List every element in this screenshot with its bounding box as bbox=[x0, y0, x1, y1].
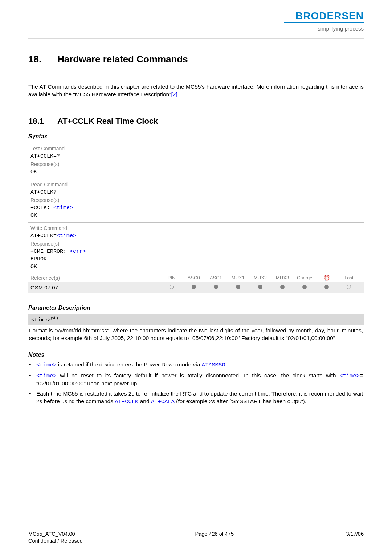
inline-param[interactable]: <time> bbox=[36, 373, 57, 379]
footer-confidentiality: Confidential / Released bbox=[28, 538, 83, 545]
intro-end: . bbox=[177, 91, 179, 97]
parameter-description: <time>(str) Format is "yy/mm/dd,hh:mm:ss… bbox=[28, 314, 364, 342]
dot-cell bbox=[183, 284, 205, 290]
footer-docid: MC55_ATC_V04.00 bbox=[28, 531, 83, 538]
parameter-description-heading: Parameter Description bbox=[28, 305, 364, 311]
dot-filled-icon bbox=[236, 285, 240, 289]
col-last: Last bbox=[338, 275, 360, 281]
inline-param[interactable]: AT+CCLK bbox=[115, 398, 138, 405]
note-item: •<time> is retained if the device enters… bbox=[29, 361, 363, 369]
read-response-line1: +CCLK: <time> bbox=[30, 204, 362, 212]
dot-cell bbox=[316, 284, 338, 290]
write-response-label: Response(s) bbox=[30, 240, 362, 248]
reference-link[interactable]: [2] bbox=[171, 91, 177, 97]
test-command-block: Test Command AT+CCLK=? Response(s) OK bbox=[28, 143, 364, 179]
dot-empty-icon bbox=[170, 285, 174, 289]
notes-heading: Notes bbox=[28, 352, 364, 358]
bullet-icon: • bbox=[29, 390, 36, 406]
write-command-label: Write Command bbox=[30, 224, 362, 232]
read-command-block: Read Command AT+CCLK? Response(s) +CCLK:… bbox=[28, 179, 364, 222]
inline-param[interactable]: <time> bbox=[36, 362, 57, 368]
col-charge: Charge bbox=[294, 275, 316, 281]
test-command: AT+CCLK=? bbox=[30, 153, 362, 160]
inline-param[interactable]: <time> bbox=[339, 373, 360, 379]
err-param[interactable]: <err> bbox=[70, 248, 86, 255]
parameter-body: Format is "yy/mm/dd,hh:mm:ss", where the… bbox=[28, 327, 364, 342]
syntax-heading: Syntax bbox=[28, 133, 364, 140]
col-alarm: ⏰ bbox=[316, 275, 338, 281]
reference-value: GSM 07.07 bbox=[30, 284, 160, 291]
time-param[interactable]: <time> bbox=[53, 205, 73, 211]
section-number: 18.1 bbox=[28, 117, 57, 126]
dot-filled-icon bbox=[280, 285, 285, 289]
col-asc0: ASC0 bbox=[183, 275, 205, 281]
dot-filled-icon bbox=[214, 285, 218, 289]
dot-cell bbox=[294, 284, 316, 290]
read-response-line2: OK bbox=[30, 212, 362, 219]
dot-cell bbox=[205, 284, 227, 290]
reference-data-row: GSM 07.07 bbox=[28, 282, 364, 293]
intro-paragraph: The AT Commands described in this chapte… bbox=[28, 83, 364, 98]
footer-date: 3/17/06 bbox=[346, 531, 364, 545]
alarm-icon: ⏰ bbox=[324, 275, 330, 281]
col-mux2: MUX2 bbox=[249, 275, 271, 281]
write-response-line3: OK bbox=[30, 263, 362, 271]
write-command: AT+CCLK=<time> bbox=[30, 232, 362, 240]
col-asc1: ASC1 bbox=[205, 275, 227, 281]
write-response-line2: ERROR bbox=[30, 255, 362, 263]
dot-cell bbox=[160, 284, 183, 290]
param-type: (str) bbox=[51, 316, 58, 320]
note-text-span: is retained if the device enters the Pow… bbox=[57, 361, 202, 368]
dot-empty-icon bbox=[347, 285, 351, 289]
dot-filled-icon bbox=[302, 285, 307, 289]
col-pin: PIN bbox=[160, 275, 183, 281]
logo-text: BRODERSEN bbox=[295, 11, 364, 21]
page-header: BRODERSEN simplifying process bbox=[28, 11, 364, 35]
read-command-label: Read Command bbox=[30, 181, 362, 189]
note-text-span: and bbox=[138, 398, 151, 404]
note-text-span: (for example 2s after ^SYSSTART has been… bbox=[175, 398, 306, 404]
footer-rule bbox=[28, 528, 364, 528]
note-text-span: . bbox=[225, 361, 227, 368]
note-text-span: will be reset to its factory default if … bbox=[57, 372, 339, 378]
dot-cell bbox=[271, 284, 294, 290]
bullet-icon: • bbox=[29, 361, 36, 369]
dot-cell bbox=[338, 284, 360, 290]
read-response-label: Response(s) bbox=[30, 196, 362, 204]
write-response-line1: +CME ERROR: <err> bbox=[30, 248, 362, 255]
col-mux1: MUX1 bbox=[227, 275, 249, 281]
time-param[interactable]: <time> bbox=[57, 233, 76, 239]
dot-filled-icon bbox=[258, 285, 262, 289]
dot-filled-icon bbox=[324, 285, 329, 289]
notes-list: •<time> is retained if the device enters… bbox=[28, 361, 364, 406]
note-text: <time> will be reset to its factory defa… bbox=[36, 372, 363, 388]
test-response-label: Response(s) bbox=[30, 160, 362, 168]
section-heading: 18.1AT+CCLK Real Time Clock bbox=[28, 117, 364, 126]
note-item: •Each time MC55 is restarted it takes 2s… bbox=[29, 390, 363, 406]
inline-param[interactable]: AT^SMSO bbox=[202, 362, 225, 368]
dot-filled-icon bbox=[192, 285, 196, 289]
inline-param[interactable]: AT+CALA bbox=[151, 398, 175, 405]
header-rule bbox=[28, 38, 364, 39]
reference-columns: PIN ASC0 ASC1 MUX1 MUX2 MUX3 Charge ⏰ La… bbox=[160, 275, 362, 281]
test-response: OK bbox=[30, 168, 362, 176]
param-name: <time> bbox=[31, 317, 51, 323]
footer-page: Page 426 of 475 bbox=[83, 531, 346, 545]
col-mux3: MUX3 bbox=[271, 275, 294, 281]
note-item: •<time> will be reset to its factory def… bbox=[29, 372, 363, 388]
dot-cell bbox=[227, 284, 249, 290]
parameter-header: <time>(str) bbox=[28, 314, 364, 325]
logo-underline bbox=[284, 22, 364, 23]
chapter-number: 18. bbox=[28, 54, 57, 65]
reference-label: Reference(s) bbox=[30, 275, 160, 281]
section-title: AT+CCLK Real Time Clock bbox=[57, 117, 158, 126]
bullet-icon: • bbox=[29, 372, 36, 388]
write-command-block: Write Command AT+CCLK=<time> Response(s)… bbox=[28, 222, 364, 274]
tagline: simplifying process bbox=[318, 25, 364, 32]
test-command-label: Test Command bbox=[30, 145, 362, 153]
chapter-title: Hardware related Commands bbox=[57, 54, 188, 65]
intro-text: The AT Commands described in this chapte… bbox=[28, 84, 364, 97]
dot-cell bbox=[249, 284, 271, 290]
chapter-heading: 18.Hardware related Commands bbox=[28, 54, 364, 65]
note-text: <time> is retained if the device enters … bbox=[36, 361, 363, 369]
